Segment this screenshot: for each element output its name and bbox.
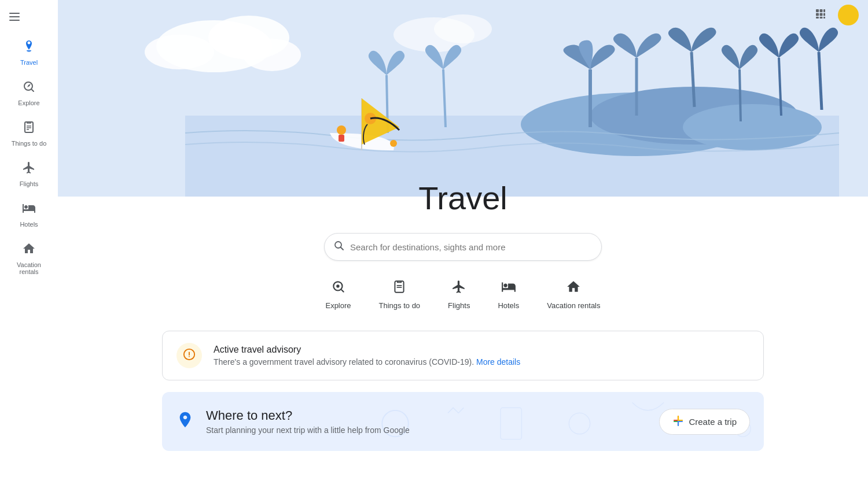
svg-rect-18 (823, 17, 825, 18)
create-trip-button[interactable]: Create a trip (659, 409, 750, 435)
where-to-next-card: Where to next? Start planning your next … (162, 392, 764, 451)
things-to-do-icon (22, 120, 36, 138)
advisory-content: Active travel advisory There's a governm… (214, 345, 520, 367)
sidebar: Travel Explore Things to do Flights Hote… (0, 0, 58, 481)
vacation-rentals-icon (22, 242, 36, 259)
advisory-card: Active travel advisory There's a governm… (162, 331, 764, 380)
svg-point-29 (683, 104, 822, 150)
sidebar-item-travel[interactable]: Travel (3, 34, 54, 72)
sidebar-item-label-vacation-rentals: Vacation rentals (8, 261, 50, 275)
create-trip-label: Create a trip (689, 417, 737, 427)
svg-rect-1 (9, 16, 20, 17)
topbar: Google (806, 0, 868, 30)
nav-flights-label: Flights (448, 301, 470, 310)
sidebar-item-label-explore: Explore (18, 99, 39, 106)
advisory-icon-wrap (176, 343, 202, 368)
location-pin-icon (176, 410, 194, 433)
advisory-text: There's a government travel advisory rel… (214, 357, 520, 367)
sidebar-item-flights[interactable]: Flights (3, 155, 54, 193)
search-input[interactable] (350, 242, 592, 252)
svg-rect-15 (823, 13, 825, 16)
content-section: Travel Explore Things to do (58, 197, 868, 481)
nav-item-flights[interactable]: Flights (448, 279, 470, 310)
nav-item-explore[interactable]: Explore (325, 279, 351, 310)
svg-point-25 (434, 14, 492, 43)
svg-rect-41 (339, 135, 344, 142)
svg-rect-12 (823, 9, 825, 12)
hotels-icon (22, 201, 36, 219)
sidebar-item-label-flights: Flights (20, 180, 38, 187)
sidebar-item-vacation-rentals[interactable]: Vacation rentals (3, 236, 54, 281)
search-icon (334, 240, 344, 254)
nav-hotels-label: Hotels (498, 301, 519, 310)
flights-icon (22, 161, 36, 178)
travel-icon (22, 39, 36, 57)
nav-vacation-rentals-icon (566, 279, 581, 298)
advisory-warning-icon (183, 348, 196, 364)
svg-rect-10 (816, 9, 819, 12)
nav-hotels-icon (501, 279, 516, 298)
where-to-next-text: Where to next? Start planning your next … (206, 408, 410, 435)
svg-point-40 (337, 125, 346, 135)
svg-line-44 (341, 247, 344, 250)
nav-item-vacation-rentals[interactable]: Vacation rentals (547, 279, 600, 310)
svg-rect-0 (9, 13, 20, 14)
main-content: Google (58, 0, 868, 481)
svg-rect-2 (9, 20, 20, 21)
svg-rect-54 (501, 408, 521, 439)
page-title: Travel (418, 179, 507, 217)
svg-point-22 (145, 35, 214, 69)
sidebar-item-label-things-to-do: Things to do (12, 140, 47, 147)
hamburger-icon[interactable] (9, 12, 20, 24)
advisory-title: Active travel advisory (214, 345, 520, 355)
svg-line-33 (740, 69, 741, 121)
svg-point-42 (390, 140, 397, 147)
advisory-more-details-link[interactable]: More details (476, 357, 520, 367)
sidebar-item-label-travel: Travel (20, 59, 38, 66)
nav-item-things-to-do[interactable]: Things to do (379, 279, 421, 310)
nav-things-to-do-icon (392, 279, 407, 298)
apps-grid-button[interactable] (815, 8, 826, 22)
search-bar (324, 233, 602, 261)
svg-point-46 (336, 284, 339, 287)
create-trip-plus-icon (672, 415, 684, 428)
nav-explore-label: Explore (325, 301, 351, 310)
where-to-next-subtitle: Start planning your next trip with a lit… (206, 426, 410, 435)
nav-things-to-do-label: Things to do (379, 301, 421, 310)
grid-icon (815, 8, 826, 20)
nav-vacation-rentals-label: Vacation rentals (547, 301, 600, 310)
svg-point-55 (569, 413, 590, 434)
svg-point-23 (243, 39, 301, 71)
svg-rect-14 (820, 13, 823, 16)
svg-rect-11 (820, 9, 823, 12)
svg-rect-3 (27, 50, 31, 51)
explore-icon (22, 80, 36, 97)
svg-rect-13 (816, 13, 819, 16)
sidebar-item-explore[interactable]: Explore (3, 74, 54, 112)
sidebar-item-hotels[interactable]: Hotels (3, 195, 54, 234)
svg-rect-4 (28, 51, 31, 52)
advisory-body-text: There's a government travel advisory rel… (214, 357, 474, 367)
nav-flights-icon (451, 279, 466, 298)
user-avatar[interactable] (838, 5, 859, 25)
hero-illustration (58, 0, 868, 197)
hamburger-menu[interactable] (0, 7, 58, 34)
nav-item-hotels[interactable]: Hotels (498, 279, 519, 310)
svg-rect-16 (816, 17, 819, 18)
where-to-next-title: Where to next? (206, 408, 410, 423)
hero-section (58, 0, 868, 197)
sidebar-item-label-hotels: Hotels (20, 221, 38, 228)
svg-point-52 (189, 356, 190, 357)
nav-icons-row: Explore Things to do Flights (325, 279, 600, 310)
sidebar-item-things-to-do[interactable]: Things to do (3, 114, 54, 153)
svg-rect-17 (820, 17, 823, 18)
nav-explore-icon (331, 279, 346, 298)
